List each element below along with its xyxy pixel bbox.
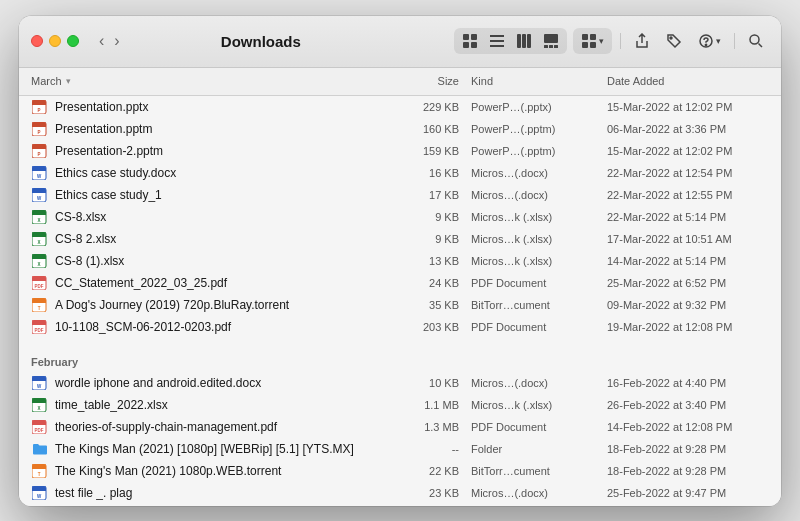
file-size-value: 1.1 MB — [379, 399, 459, 411]
file-type-icon: W — [31, 186, 49, 204]
view-list-button[interactable] — [484, 30, 510, 52]
file-type-icon: T — [31, 296, 49, 314]
tag-button[interactable] — [661, 30, 687, 52]
svg-rect-11 — [544, 45, 548, 48]
file-size-value: 35 KB — [379, 299, 459, 311]
file-size-value: 1.3 MB — [379, 421, 459, 433]
file-name-label: wordle iphone and android.edited.docx — [55, 376, 379, 390]
view-columns-button[interactable] — [511, 30, 537, 52]
svg-rect-52 — [32, 257, 46, 259]
search-button[interactable] — [743, 30, 769, 52]
col-name-label: March — [31, 75, 62, 87]
file-kind-value: Micros…k (.xlsx) — [459, 233, 599, 245]
table-row[interactable]: PDF 10-1108_SCM-06-2012-0203.pdf 203 KB … — [19, 316, 781, 338]
svg-text:P: P — [37, 151, 40, 156]
file-type-icon: PDF — [31, 274, 49, 292]
file-kind-value: Micros…(.docx) — [459, 487, 599, 499]
file-date-value: 16-Feb-2022 at 4:40 PM — [599, 377, 769, 389]
arrange-button[interactable]: ▾ — [576, 30, 609, 52]
traffic-lights — [31, 35, 79, 47]
view-gallery-button[interactable] — [538, 30, 564, 52]
svg-rect-2 — [463, 42, 469, 48]
table-row[interactable]: PDF theories-of-supply-chain-management.… — [19, 416, 781, 438]
table-row[interactable]: P Presentation-2.pptm 159 KB PowerP…(.pp… — [19, 140, 781, 162]
share-icon — [634, 33, 650, 49]
arrange-arrow: ▾ — [599, 36, 604, 46]
svg-rect-5 — [490, 40, 504, 42]
table-row[interactable]: X time_table_2022.xlsx 1.1 MB Micros…k (… — [19, 394, 781, 416]
table-row[interactable]: W Ethics case study_1 17 KB Micros…(.doc… — [19, 184, 781, 206]
table-row[interactable]: P Presentation.pptx 229 KB PowerP…(.pptx… — [19, 96, 781, 118]
file-kind-value: BitTorr…cument — [459, 465, 599, 477]
file-size-value: 9 KB — [379, 211, 459, 223]
file-date-value: 06-Mar-2022 at 3:36 PM — [599, 123, 769, 135]
file-name-label: Presentation.pptx — [55, 100, 379, 114]
table-row[interactable]: T A Dog's Journey (2019) 720p.BluRay.tor… — [19, 294, 781, 316]
file-name-label: 10-1108_SCM-06-2012-0203.pdf — [55, 320, 379, 334]
file-name-label: time_table_2022.xlsx — [55, 398, 379, 412]
close-button[interactable] — [31, 35, 43, 47]
file-list[interactable]: P Presentation.pptx 229 KB PowerP…(.pptx… — [19, 96, 781, 506]
svg-rect-80 — [32, 467, 46, 469]
file-date-value: 25-Feb-2022 at 9:47 PM — [599, 487, 769, 499]
svg-point-18 — [670, 37, 672, 39]
table-row[interactable]: W wordle iphone and android.edited.docx … — [19, 372, 781, 394]
file-type-icon: X — [31, 252, 49, 270]
file-kind-value: Micros…(.docx) — [459, 189, 599, 201]
svg-rect-9 — [527, 34, 531, 48]
svg-text:PDF: PDF — [35, 327, 44, 332]
toolbar-sep-2 — [734, 33, 735, 49]
file-size-value: 10 KB — [379, 377, 459, 389]
section-spacer-1 — [19, 338, 781, 348]
file-type-icon: T — [31, 462, 49, 480]
file-date-value: 14-Feb-2022 at 12:08 PM — [599, 421, 769, 433]
table-row[interactable]: W test file _. plag 23 KB Micros…(.docx)… — [19, 482, 781, 504]
table-row[interactable]: W Ethics case study.docx 16 KB Micros…(.… — [19, 162, 781, 184]
view-icons-button[interactable] — [457, 30, 483, 52]
svg-text:X: X — [37, 217, 40, 222]
view-icons-icon — [462, 33, 478, 49]
svg-rect-56 — [32, 279, 46, 281]
file-name-label: A Dog's Journey (2019) 720p.BluRay.torre… — [55, 298, 379, 312]
svg-rect-7 — [517, 34, 521, 48]
column-header: March ▾ Size Kind Date Added — [19, 68, 781, 96]
view-gallery-icon — [543, 33, 559, 49]
col-name-header[interactable]: March ▾ — [31, 75, 379, 87]
more-button[interactable]: ▾ — [693, 30, 726, 52]
svg-rect-84 — [32, 489, 46, 491]
file-date-value: 18-Feb-2022 at 9:28 PM — [599, 443, 769, 455]
table-row[interactable]: J Telegram.jpg 24 KB JPEG image 04-Feb-2… — [19, 504, 781, 506]
file-type-icon: X — [31, 208, 49, 226]
file-date-value: 19-Mar-2022 at 12:08 PM — [599, 321, 769, 333]
table-row[interactable]: PDF CC_Statement_2022_03_25.pdf 24 KB PD… — [19, 272, 781, 294]
table-row[interactable]: P Presentation.pptm 160 KB PowerP…(.pptm… — [19, 118, 781, 140]
file-name-label: The Kings Man (2021) [1080p] [WEBRip] [5… — [55, 442, 379, 456]
search-icon — [748, 33, 764, 49]
minimize-button[interactable] — [49, 35, 61, 47]
col-size-header[interactable]: Size — [379, 75, 459, 87]
file-kind-value: PDF Document — [459, 277, 599, 289]
table-row[interactable]: The Kings Man (2021) [1080p] [WEBRip] [5… — [19, 438, 781, 460]
share-button[interactable] — [629, 30, 655, 52]
svg-rect-68 — [32, 379, 46, 381]
table-row[interactable]: X CS-8 (1).xlsx 13 KB Micros…k (.xlsx) 1… — [19, 250, 781, 272]
file-kind-value: PDF Document — [459, 321, 599, 333]
file-size-value: 17 KB — [379, 189, 459, 201]
svg-rect-0 — [463, 34, 469, 40]
col-kind-header[interactable]: Kind — [459, 75, 599, 87]
file-size-value: 23 KB — [379, 487, 459, 499]
file-kind-value: PowerP…(.pptm) — [459, 145, 599, 157]
table-row[interactable]: X CS-8 2.xlsx 9 KB Micros…k (.xlsx) 17-M… — [19, 228, 781, 250]
file-date-value: 22-Mar-2022 at 5:14 PM — [599, 211, 769, 223]
col-date-header[interactable]: Date Added — [599, 75, 769, 87]
svg-rect-14 — [582, 34, 588, 40]
file-name-label: test file _. plag — [55, 486, 379, 500]
table-row[interactable]: X CS-8.xlsx 9 KB Micros…k (.xlsx) 22-Mar… — [19, 206, 781, 228]
table-row[interactable]: T The King's Man (2021) 1080p.WEB.torren… — [19, 460, 781, 482]
file-date-value: 14-Mar-2022 at 5:14 PM — [599, 255, 769, 267]
svg-rect-24 — [32, 103, 46, 105]
view-group — [454, 28, 567, 54]
file-name-label: Presentation.pptm — [55, 122, 379, 136]
svg-rect-6 — [490, 45, 504, 47]
file-name-label: CS-8 2.xlsx — [55, 232, 379, 246]
